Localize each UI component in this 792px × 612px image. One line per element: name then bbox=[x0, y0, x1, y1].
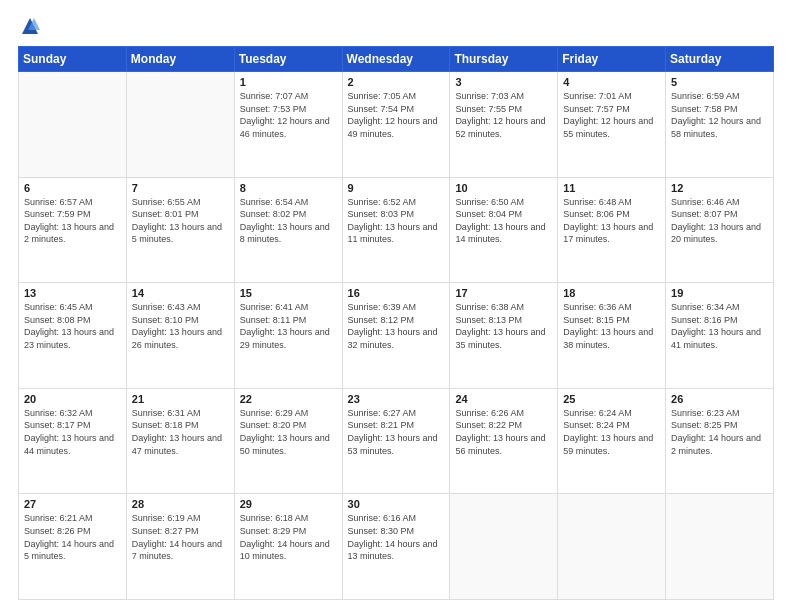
weekday-header-cell: Wednesday bbox=[342, 47, 450, 72]
day-number: 17 bbox=[455, 287, 552, 299]
day-info: Sunrise: 6:38 AMSunset: 8:13 PMDaylight:… bbox=[455, 302, 545, 350]
page: SundayMondayTuesdayWednesdayThursdayFrid… bbox=[0, 0, 792, 612]
calendar-day-cell: 22 Sunrise: 6:29 AMSunset: 8:20 PMDaylig… bbox=[234, 388, 342, 494]
calendar-day-cell: 24 Sunrise: 6:26 AMSunset: 8:22 PMDaylig… bbox=[450, 388, 558, 494]
day-number: 3 bbox=[455, 76, 552, 88]
calendar-day-cell: 9 Sunrise: 6:52 AMSunset: 8:03 PMDayligh… bbox=[342, 177, 450, 283]
header bbox=[18, 16, 774, 36]
calendar-day-cell: 11 Sunrise: 6:48 AMSunset: 8:06 PMDaylig… bbox=[558, 177, 666, 283]
day-number: 2 bbox=[348, 76, 445, 88]
day-info: Sunrise: 6:52 AMSunset: 8:03 PMDaylight:… bbox=[348, 197, 438, 245]
day-number: 20 bbox=[24, 393, 121, 405]
day-info: Sunrise: 6:55 AMSunset: 8:01 PMDaylight:… bbox=[132, 197, 222, 245]
calendar-day-cell bbox=[19, 72, 127, 178]
day-info: Sunrise: 7:07 AMSunset: 7:53 PMDaylight:… bbox=[240, 91, 330, 139]
logo bbox=[18, 16, 40, 36]
day-number: 13 bbox=[24, 287, 121, 299]
day-number: 15 bbox=[240, 287, 337, 299]
day-info: Sunrise: 6:23 AMSunset: 8:25 PMDaylight:… bbox=[671, 408, 761, 456]
calendar-day-cell: 15 Sunrise: 6:41 AMSunset: 8:11 PMDaylig… bbox=[234, 283, 342, 389]
calendar-day-cell: 20 Sunrise: 6:32 AMSunset: 8:17 PMDaylig… bbox=[19, 388, 127, 494]
day-number: 19 bbox=[671, 287, 768, 299]
calendar-day-cell: 7 Sunrise: 6:55 AMSunset: 8:01 PMDayligh… bbox=[126, 177, 234, 283]
logo-icon bbox=[20, 16, 40, 36]
day-number: 26 bbox=[671, 393, 768, 405]
calendar-day-cell bbox=[558, 494, 666, 600]
calendar-day-cell: 4 Sunrise: 7:01 AMSunset: 7:57 PMDayligh… bbox=[558, 72, 666, 178]
calendar-day-cell: 5 Sunrise: 6:59 AMSunset: 7:58 PMDayligh… bbox=[666, 72, 774, 178]
calendar-day-cell: 23 Sunrise: 6:27 AMSunset: 8:21 PMDaylig… bbox=[342, 388, 450, 494]
day-info: Sunrise: 6:43 AMSunset: 8:10 PMDaylight:… bbox=[132, 302, 222, 350]
day-info: Sunrise: 6:26 AMSunset: 8:22 PMDaylight:… bbox=[455, 408, 545, 456]
day-number: 16 bbox=[348, 287, 445, 299]
calendar-body: 1 Sunrise: 7:07 AMSunset: 7:53 PMDayligh… bbox=[19, 72, 774, 600]
day-number: 23 bbox=[348, 393, 445, 405]
day-info: Sunrise: 6:19 AMSunset: 8:27 PMDaylight:… bbox=[132, 513, 222, 561]
calendar-day-cell: 13 Sunrise: 6:45 AMSunset: 8:08 PMDaylig… bbox=[19, 283, 127, 389]
day-number: 22 bbox=[240, 393, 337, 405]
calendar-day-cell bbox=[666, 494, 774, 600]
weekday-header-cell: Saturday bbox=[666, 47, 774, 72]
day-info: Sunrise: 6:48 AMSunset: 8:06 PMDaylight:… bbox=[563, 197, 653, 245]
calendar-day-cell: 6 Sunrise: 6:57 AMSunset: 7:59 PMDayligh… bbox=[19, 177, 127, 283]
calendar-day-cell: 3 Sunrise: 7:03 AMSunset: 7:55 PMDayligh… bbox=[450, 72, 558, 178]
calendar-day-cell: 18 Sunrise: 6:36 AMSunset: 8:15 PMDaylig… bbox=[558, 283, 666, 389]
day-info: Sunrise: 6:27 AMSunset: 8:21 PMDaylight:… bbox=[348, 408, 438, 456]
day-number: 11 bbox=[563, 182, 660, 194]
calendar-week-row: 6 Sunrise: 6:57 AMSunset: 7:59 PMDayligh… bbox=[19, 177, 774, 283]
day-number: 25 bbox=[563, 393, 660, 405]
day-number: 27 bbox=[24, 498, 121, 510]
day-number: 12 bbox=[671, 182, 768, 194]
calendar-week-row: 13 Sunrise: 6:45 AMSunset: 8:08 PMDaylig… bbox=[19, 283, 774, 389]
calendar-day-cell: 14 Sunrise: 6:43 AMSunset: 8:10 PMDaylig… bbox=[126, 283, 234, 389]
day-number: 10 bbox=[455, 182, 552, 194]
day-info: Sunrise: 6:32 AMSunset: 8:17 PMDaylight:… bbox=[24, 408, 114, 456]
calendar-week-row: 1 Sunrise: 7:07 AMSunset: 7:53 PMDayligh… bbox=[19, 72, 774, 178]
day-number: 21 bbox=[132, 393, 229, 405]
day-number: 5 bbox=[671, 76, 768, 88]
calendar-day-cell: 17 Sunrise: 6:38 AMSunset: 8:13 PMDaylig… bbox=[450, 283, 558, 389]
calendar-day-cell: 26 Sunrise: 6:23 AMSunset: 8:25 PMDaylig… bbox=[666, 388, 774, 494]
day-number: 9 bbox=[348, 182, 445, 194]
day-info: Sunrise: 6:50 AMSunset: 8:04 PMDaylight:… bbox=[455, 197, 545, 245]
calendar-header-row: SundayMondayTuesdayWednesdayThursdayFrid… bbox=[19, 47, 774, 72]
day-number: 30 bbox=[348, 498, 445, 510]
calendar-week-row: 27 Sunrise: 6:21 AMSunset: 8:26 PMDaylig… bbox=[19, 494, 774, 600]
calendar-day-cell: 25 Sunrise: 6:24 AMSunset: 8:24 PMDaylig… bbox=[558, 388, 666, 494]
day-number: 1 bbox=[240, 76, 337, 88]
weekday-header-cell: Friday bbox=[558, 47, 666, 72]
day-info: Sunrise: 6:18 AMSunset: 8:29 PMDaylight:… bbox=[240, 513, 330, 561]
day-info: Sunrise: 7:01 AMSunset: 7:57 PMDaylight:… bbox=[563, 91, 653, 139]
day-number: 18 bbox=[563, 287, 660, 299]
calendar-day-cell: 12 Sunrise: 6:46 AMSunset: 8:07 PMDaylig… bbox=[666, 177, 774, 283]
day-number: 8 bbox=[240, 182, 337, 194]
day-info: Sunrise: 6:16 AMSunset: 8:30 PMDaylight:… bbox=[348, 513, 438, 561]
calendar-week-row: 20 Sunrise: 6:32 AMSunset: 8:17 PMDaylig… bbox=[19, 388, 774, 494]
day-info: Sunrise: 6:39 AMSunset: 8:12 PMDaylight:… bbox=[348, 302, 438, 350]
day-info: Sunrise: 6:46 AMSunset: 8:07 PMDaylight:… bbox=[671, 197, 761, 245]
calendar-day-cell: 19 Sunrise: 6:34 AMSunset: 8:16 PMDaylig… bbox=[666, 283, 774, 389]
day-info: Sunrise: 6:29 AMSunset: 8:20 PMDaylight:… bbox=[240, 408, 330, 456]
day-info: Sunrise: 6:36 AMSunset: 8:15 PMDaylight:… bbox=[563, 302, 653, 350]
weekday-header-cell: Tuesday bbox=[234, 47, 342, 72]
calendar-day-cell: 1 Sunrise: 7:07 AMSunset: 7:53 PMDayligh… bbox=[234, 72, 342, 178]
day-info: Sunrise: 6:59 AMSunset: 7:58 PMDaylight:… bbox=[671, 91, 761, 139]
calendar-day-cell: 21 Sunrise: 6:31 AMSunset: 8:18 PMDaylig… bbox=[126, 388, 234, 494]
day-number: 4 bbox=[563, 76, 660, 88]
day-info: Sunrise: 6:31 AMSunset: 8:18 PMDaylight:… bbox=[132, 408, 222, 456]
day-number: 24 bbox=[455, 393, 552, 405]
day-info: Sunrise: 6:21 AMSunset: 8:26 PMDaylight:… bbox=[24, 513, 114, 561]
calendar-day-cell: 28 Sunrise: 6:19 AMSunset: 8:27 PMDaylig… bbox=[126, 494, 234, 600]
day-info: Sunrise: 7:03 AMSunset: 7:55 PMDaylight:… bbox=[455, 91, 545, 139]
day-info: Sunrise: 6:34 AMSunset: 8:16 PMDaylight:… bbox=[671, 302, 761, 350]
calendar-day-cell: 29 Sunrise: 6:18 AMSunset: 8:29 PMDaylig… bbox=[234, 494, 342, 600]
day-info: Sunrise: 6:57 AMSunset: 7:59 PMDaylight:… bbox=[24, 197, 114, 245]
day-info: Sunrise: 6:41 AMSunset: 8:11 PMDaylight:… bbox=[240, 302, 330, 350]
day-info: Sunrise: 6:54 AMSunset: 8:02 PMDaylight:… bbox=[240, 197, 330, 245]
calendar-day-cell bbox=[126, 72, 234, 178]
calendar-day-cell: 30 Sunrise: 6:16 AMSunset: 8:30 PMDaylig… bbox=[342, 494, 450, 600]
day-number: 29 bbox=[240, 498, 337, 510]
day-number: 14 bbox=[132, 287, 229, 299]
calendar-day-cell: 10 Sunrise: 6:50 AMSunset: 8:04 PMDaylig… bbox=[450, 177, 558, 283]
day-number: 7 bbox=[132, 182, 229, 194]
